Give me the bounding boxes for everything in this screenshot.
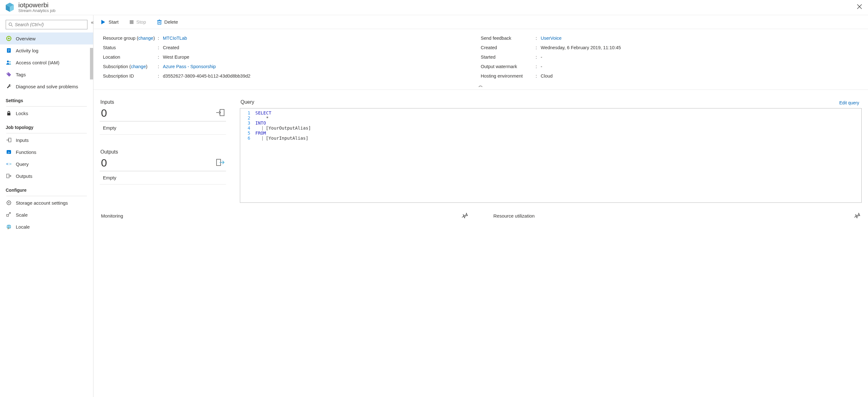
created-value: Wednesday, 6 February 2019, 11:10:45 <box>541 45 859 50</box>
inputs-count: 0 <box>101 107 107 119</box>
svg-text:<: < <box>6 161 8 166</box>
edit-query-link[interactable]: Edit query <box>839 100 859 105</box>
svg-point-3 <box>9 23 12 26</box>
sidebar-item-inputs[interactable]: Inputs <box>0 134 93 146</box>
outputs-title: Outputs <box>100 149 226 155</box>
resource-utilization-title: Resource utilization <box>493 213 535 219</box>
sidebar-item-label: Inputs <box>16 137 29 143</box>
sidebar-item-label: Overview <box>16 36 36 41</box>
query-title: Query <box>241 99 254 105</box>
prop-label-location: Location <box>103 55 160 60</box>
subscription-id-value: d3552627-3809-4045-b112-43d0d8bb39d2 <box>163 73 481 78</box>
sidebar-item-label: Diagnose and solve problems <box>16 84 78 89</box>
collapse-sidebar-icon[interactable]: « <box>91 20 94 25</box>
outputs-tile[interactable]: 0 <box>100 156 226 171</box>
change-rg-link[interactable]: change <box>138 36 153 41</box>
blade-header: iotpowerbi Stream Analytics job <box>0 0 868 15</box>
status-value: Created <box>163 45 481 50</box>
pin-icon[interactable] <box>854 212 861 220</box>
stop-icon <box>129 20 134 24</box>
overview-icon <box>6 35 12 42</box>
svg-marker-39 <box>101 20 105 24</box>
started-value: - <box>541 55 859 60</box>
sidebar-item-outputs[interactable]: Outputs <box>0 170 93 182</box>
svg-rect-35 <box>7 214 8 216</box>
change-sub-link[interactable]: change <box>131 64 146 69</box>
sidebar-item-functions[interactable]: fx Functions <box>0 146 93 158</box>
content-pane: Start Stop Delete Resource group <box>93 15 868 397</box>
start-label: Start <box>108 19 119 25</box>
sidebar-item-label: Functions <box>16 150 36 155</box>
command-bar: Start Stop Delete <box>93 15 868 29</box>
svg-point-15 <box>7 61 9 62</box>
prop-label-created: Created <box>481 45 537 50</box>
section-job-topology: Job topology <box>0 119 93 132</box>
sidebar-item-diagnose[interactable]: Diagnose and solve problems <box>0 80 93 92</box>
inputs-empty: Empty <box>100 122 226 135</box>
delete-button[interactable]: Delete <box>157 19 178 25</box>
outputs-count: 0 <box>101 157 107 169</box>
pin-icon[interactable] <box>462 212 468 220</box>
sidebar-item-access-control[interactable]: Access control (IAM) <box>0 57 93 68</box>
svg-point-17 <box>7 73 8 74</box>
resource-group-link[interactable]: MTCIoTLab <box>163 36 481 41</box>
sidebar-item-scale[interactable]: Scale <box>0 209 93 221</box>
svg-point-16 <box>9 61 10 62</box>
sidebar-item-label: Locks <box>16 111 28 116</box>
svg-text:fx: fx <box>8 151 10 154</box>
scrollbar-thumb[interactable] <box>90 48 93 79</box>
inputs-tile[interactable]: Inputs 0 Empty Outputs 0 Empty <box>100 99 226 203</box>
svg-rect-40 <box>130 20 133 24</box>
sidebar: « Overview Activity log <box>0 15 93 397</box>
monitoring-tile[interactable]: Monitoring <box>101 212 468 220</box>
resource-title: iotpowerbi <box>18 1 56 9</box>
subscription-link[interactable]: Azure Pass - Sponsorship <box>163 64 481 69</box>
sidebar-item-label: Outputs <box>16 173 32 179</box>
stop-button: Stop <box>129 19 146 25</box>
storage-gear-icon <box>6 200 12 206</box>
collapse-properties[interactable]: ︽ <box>93 82 868 90</box>
uservoice-link[interactable]: UserVoice <box>541 36 859 41</box>
prop-label-subscription-id: Subscription ID <box>103 73 160 78</box>
svg-line-4 <box>11 25 12 27</box>
sidebar-item-label: Access control (IAM) <box>16 60 59 65</box>
sidebar-item-label: Query <box>16 161 29 167</box>
query-tile: Query Edit query 1 2 3 4 5 6 SELECT * IN… <box>240 99 862 203</box>
output-arrow-icon <box>216 159 225 167</box>
location-value: West Europe <box>163 55 481 60</box>
query-icon: <> <box>6 161 12 167</box>
function-icon: fx <box>6 149 12 155</box>
prop-label-watermark: Output watermark <box>481 64 537 69</box>
sidebar-item-storage[interactable]: Storage account settings <box>0 197 93 209</box>
people-icon <box>6 59 12 66</box>
output-icon <box>6 173 12 179</box>
svg-rect-18 <box>7 113 10 115</box>
tag-icon <box>6 71 12 77</box>
activity-log-icon <box>6 47 12 54</box>
sidebar-item-label: Activity log <box>16 48 38 53</box>
line-gutter: 1 2 3 4 5 6 <box>240 108 253 202</box>
search-input[interactable] <box>6 20 87 29</box>
divider <box>6 106 87 107</box>
sidebar-item-locks[interactable]: Locks <box>0 107 93 119</box>
search-icon <box>8 22 13 27</box>
lock-icon <box>6 110 12 117</box>
sidebar-item-locale[interactable]: Locale <box>0 221 93 233</box>
sidebar-item-overview[interactable]: Overview <box>0 32 93 44</box>
play-icon <box>100 19 106 25</box>
sidebar-item-query[interactable]: <> Query <box>0 158 93 170</box>
scale-icon <box>6 211 12 218</box>
sidebar-item-tags[interactable]: Tags <box>0 68 93 80</box>
sidebar-item-activity-log[interactable]: Activity log <box>0 44 93 57</box>
resource-type: Stream Analytics job <box>18 8 56 13</box>
stream-analytics-icon <box>4 2 15 12</box>
inputs-title: Inputs <box>100 99 226 105</box>
prop-label-hosting: Hosting environment <box>481 73 537 78</box>
properties-section: Resource group (change) : MTCIoTLab Stat… <box>93 29 868 82</box>
input-arrow-icon <box>216 109 225 117</box>
resource-utilization-tile[interactable]: Resource utilization <box>493 212 861 220</box>
close-icon[interactable] <box>856 2 864 12</box>
start-button[interactable]: Start <box>100 19 119 25</box>
query-editor[interactable]: 1 2 3 4 5 6 SELECT * INTO [YourOutputAli… <box>240 108 862 203</box>
globe-icon <box>6 224 12 230</box>
